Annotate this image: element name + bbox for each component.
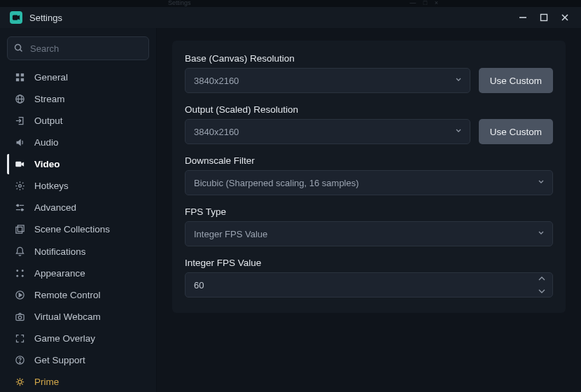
fps-type-value: Integer FPS Value	[194, 229, 267, 239]
fps-value-field: Integer FPS Value 60	[185, 258, 553, 298]
sidebar-item-prime[interactable]: Prime	[7, 372, 149, 392]
sidebar-item-label: Hotkeys	[34, 181, 69, 191]
base-resolution-select[interactable]: 3840x2160	[185, 68, 470, 93]
sidebar-item-label: Stream	[34, 94, 65, 104]
prime-icon	[13, 375, 26, 388]
grid-icon	[13, 71, 26, 84]
svg-rect-22	[15, 227, 22, 234]
search-field-wrap	[7, 36, 149, 60]
help-icon	[13, 354, 26, 366]
gear-icon	[13, 180, 26, 192]
svg-rect-2	[541, 15, 547, 21]
svg-point-19	[21, 209, 23, 211]
sidebar-item-label: Game Overlay	[34, 333, 95, 344]
svg-point-30	[18, 316, 21, 318]
chevron-down-icon	[454, 127, 463, 137]
video-settings-panel: Base (Canvas) Resolution 3840x2160 Use C…	[172, 41, 566, 313]
svg-rect-14	[15, 162, 21, 167]
search-input[interactable]	[7, 36, 149, 60]
bell-icon	[13, 245, 26, 258]
sidebar-item-label: Virtual Webcam	[34, 312, 101, 322]
downscale-filter-select[interactable]: Bicubic (Sharpened scaling, 16 samples)	[185, 170, 553, 195]
svg-point-15	[18, 185, 21, 188]
output-resolution-value: 3840x2160	[194, 127, 239, 137]
sidebar-item-label: Remote Control	[34, 290, 101, 300]
base-resolution-field: Base (Canvas) Resolution 3840x2160 Use C…	[185, 53, 553, 93]
window-title: Settings	[29, 13, 62, 23]
sidebar: General Stream Output Audio Video	[0, 28, 157, 392]
close-button[interactable]	[554, 9, 575, 26]
base-resolution-custom-button[interactable]: Use Custom	[479, 68, 553, 93]
svg-rect-10	[20, 78, 23, 81]
sidebar-item-stream[interactable]: Stream	[7, 89, 149, 109]
sidebar-item-video[interactable]: Video	[7, 154, 149, 174]
stepper-arrows[interactable]	[538, 276, 548, 294]
sidebar-item-label: General	[34, 72, 68, 83]
camera-icon	[13, 310, 26, 323]
video-icon	[13, 158, 26, 171]
sidebar-item-label: Scene Collections	[34, 224, 110, 234]
sidebar-item-hotkeys[interactable]: Hotkeys	[7, 176, 149, 196]
base-resolution-value: 3840x2160	[194, 76, 239, 86]
sidebar-item-label: Audio	[34, 137, 59, 148]
sidebar-item-label: Prime	[34, 377, 59, 387]
output-resolution-custom-button[interactable]: Use Custom	[479, 119, 553, 144]
sidebar-item-appearance[interactable]: Appearance	[7, 263, 149, 284]
sidebar-item-scene-collections[interactable]: Scene Collections	[7, 219, 149, 239]
sidebar-item-audio[interactable]: Audio	[7, 132, 149, 153]
svg-point-27	[21, 274, 23, 276]
downscale-filter-value: Bicubic (Sharpened scaling, 16 samples)	[194, 178, 359, 188]
play-circle-icon	[13, 288, 26, 301]
svg-rect-29	[15, 314, 23, 320]
sliders-icon	[13, 202, 26, 214]
output-icon	[13, 115, 26, 127]
sidebar-item-general[interactable]: General	[7, 67, 149, 88]
sidebar-item-advanced[interactable]: Advanced	[7, 197, 149, 218]
sidebar-item-get-support[interactable]: Get Support	[7, 350, 149, 370]
output-resolution-select[interactable]: 3840x2160	[185, 119, 470, 144]
output-resolution-label: Output (Scaled) Resolution	[185, 104, 553, 115]
sidebar-item-virtual-webcam[interactable]: Virtual Webcam	[7, 307, 149, 327]
appearance-icon	[13, 267, 26, 279]
minimize-button[interactable]	[512, 9, 533, 26]
collections-icon	[13, 223, 26, 236]
fps-value-input[interactable]: 60	[185, 272, 553, 298]
fps-value: 60	[194, 280, 204, 290]
fps-value-label: Integer FPS Value	[185, 258, 553, 268]
chevron-down-icon	[537, 229, 545, 239]
chevron-down-icon	[454, 76, 463, 86]
sidebar-item-game-overlay[interactable]: Game Overlay	[7, 328, 149, 349]
sidebar-item-notifications[interactable]: Notifications	[7, 241, 149, 262]
svg-rect-0	[13, 15, 18, 20]
sidebar-item-label: Video	[34, 159, 60, 169]
fps-type-select[interactable]: Integer FPS Value	[185, 221, 553, 246]
sidebar-nav: General Stream Output Audio Video	[7, 67, 149, 392]
sidebar-item-remote-control[interactable]: Remote Control	[7, 285, 149, 305]
titlebar: Settings	[0, 7, 581, 28]
globe-icon	[13, 93, 26, 106]
svg-point-25	[21, 270, 23, 272]
base-resolution-label: Base (Canvas) Resolution	[185, 53, 553, 64]
svg-point-33	[18, 380, 22, 384]
svg-line-6	[20, 50, 22, 52]
sidebar-item-output[interactable]: Output	[7, 111, 149, 131]
sidebar-item-label: Notifications	[34, 246, 86, 257]
search-icon	[13, 43, 24, 56]
chevron-up-icon	[538, 276, 545, 281]
audio-icon	[13, 136, 26, 149]
svg-point-16	[17, 205, 19, 207]
main-content: Base (Canvas) Resolution 3840x2160 Use C…	[157, 28, 581, 392]
svg-rect-9	[15, 78, 18, 81]
svg-rect-7	[15, 74, 18, 76]
maximize-button[interactable]	[533, 9, 554, 26]
fps-type-label: FPS Type	[185, 206, 553, 217]
expand-icon	[13, 332, 26, 344]
downscale-filter-label: Downscale Filter	[185, 155, 553, 166]
output-resolution-field: Output (Scaled) Resolution 3840x2160 Use…	[185, 104, 553, 144]
svg-point-32	[19, 362, 20, 363]
sidebar-item-label: Appearance	[34, 268, 85, 279]
downscale-filter-field: Downscale Filter Bicubic (Sharpened scal…	[185, 155, 553, 195]
background-titlebar: Settings — □ ×	[0, 0, 581, 7]
fps-type-field: FPS Type Integer FPS Value	[185, 206, 553, 246]
svg-point-26	[16, 274, 18, 276]
